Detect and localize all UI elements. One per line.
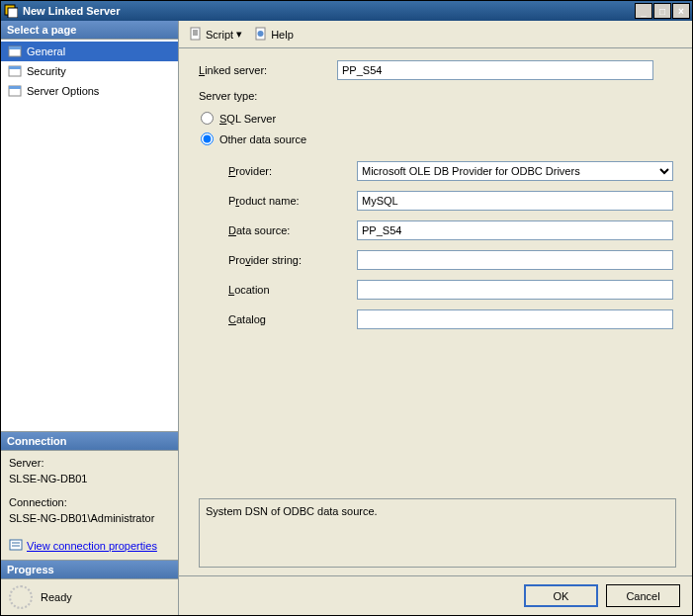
page-label: Security — [27, 65, 66, 77]
linked-server-label: Linked server: — [199, 64, 337, 76]
connection-panel: Connection Server: SLSE-NG-DB01 Connecti… — [1, 431, 178, 560]
window-title: New Linked Server — [23, 5, 635, 17]
script-button[interactable]: Script ▾ — [185, 25, 246, 44]
product-name-input[interactable] — [357, 191, 673, 211]
toolbar: Script ▾ Help — [179, 21, 692, 48]
connection-body: Server: SLSE-NG-DB01 Connection: SLSE-NG… — [1, 451, 178, 560]
page-security[interactable]: Security — [1, 61, 178, 81]
radio-sql-label: SQL Server — [219, 113, 276, 125]
provider-string-label: Provider string: — [228, 254, 357, 266]
server-type-label: Server type: — [199, 90, 337, 102]
maximize-button[interactable]: □ — [653, 3, 671, 19]
help-icon — [254, 27, 268, 43]
svg-rect-11 — [191, 28, 200, 40]
progress-header: Progress — [1, 561, 178, 579]
main-panel: Script ▾ Help Linked server: Server type… — [179, 21, 692, 615]
server-value: SLSE-NG-DB01 — [9, 473, 170, 484]
page-icon — [7, 44, 23, 59]
provider-label: Provider: — [228, 165, 357, 177]
provider-select[interactable]: Microsoft OLE DB Provider for ODBC Drive… — [357, 161, 673, 181]
svg-rect-1 — [8, 8, 18, 18]
radio-other-source[interactable]: Other data source — [201, 132, 676, 145]
catalog-label: Catalog — [228, 313, 357, 325]
cancel-button[interactable]: Cancel — [606, 584, 680, 607]
select-page-header: Select a page — [1, 21, 178, 40]
close-button[interactable]: × — [672, 3, 690, 19]
ok-button[interactable]: OK — [524, 584, 598, 607]
progress-panel: Progress Ready — [1, 560, 178, 615]
radio-sql-server[interactable]: SQL Server — [201, 112, 676, 125]
page-icon — [7, 83, 23, 99]
dropdown-icon: ▾ — [236, 28, 242, 41]
sidebar: Select a page General Security Server Op… — [1, 21, 179, 615]
radio-sql-input[interactable] — [201, 112, 214, 125]
progress-body: Ready — [1, 579, 178, 615]
provider-string-input[interactable] — [357, 250, 673, 270]
dialog-new-linked-server: New Linked Server _ □ × Select a page Ge… — [0, 0, 693, 616]
location-input[interactable] — [357, 280, 673, 300]
view-connection-properties-link[interactable]: View connection properties — [9, 538, 157, 554]
page-list: General Security Server Options — [1, 40, 178, 103]
help-button[interactable]: Help — [250, 25, 298, 44]
svg-point-13 — [258, 31, 264, 37]
data-source-input[interactable] — [357, 220, 673, 240]
page-label: Server Options — [27, 85, 99, 97]
location-label: Location — [228, 284, 357, 296]
minimize-button[interactable]: _ — [635, 3, 652, 19]
footer: OK Cancel — [179, 575, 692, 615]
page-server-options[interactable]: Server Options — [1, 81, 178, 101]
catalog-input[interactable] — [357, 309, 673, 329]
help-label: Help — [271, 29, 294, 41]
progress-status: Ready — [41, 591, 72, 603]
script-label: Script — [206, 29, 233, 41]
window-buttons: _ □ × — [635, 3, 690, 19]
server-label: Server: — [9, 457, 170, 469]
status-text: System DSN of ODBC data source. — [206, 505, 378, 517]
sidebar-spacer — [1, 103, 178, 431]
connection-label: Connection: — [9, 496, 170, 508]
script-icon — [189, 27, 203, 43]
svg-rect-8 — [10, 540, 22, 550]
data-source-label: Data source: — [228, 224, 357, 236]
connection-value: SLSE-NG-DB01\Administrator — [9, 512, 170, 524]
page-label: General — [27, 45, 65, 57]
titlebar[interactable]: New Linked Server _ □ × — [1, 1, 692, 21]
progress-spinner-icon — [9, 585, 33, 609]
radio-other-label: Other data source — [219, 133, 306, 145]
svg-rect-3 — [9, 46, 21, 49]
connection-header: Connection — [1, 432, 178, 451]
link-text: View connection properties — [27, 540, 157, 552]
svg-rect-5 — [9, 66, 21, 69]
page-icon — [7, 63, 23, 79]
properties-icon — [9, 538, 23, 554]
svg-rect-7 — [9, 86, 21, 89]
linked-server-input[interactable] — [337, 60, 653, 80]
form-area: Linked server: Server type: SQL Server O… — [179, 48, 692, 490]
product-name-label: Product name: — [228, 195, 357, 207]
page-general[interactable]: General — [1, 42, 178, 61]
app-icon — [3, 3, 19, 19]
dialog-body: Select a page General Security Server Op… — [1, 21, 692, 615]
radio-other-input[interactable] — [201, 132, 214, 145]
status-description: System DSN of ODBC data source. — [199, 498, 676, 568]
provider-section: Provider: Microsoft OLE DB Provider for … — [199, 161, 676, 329]
